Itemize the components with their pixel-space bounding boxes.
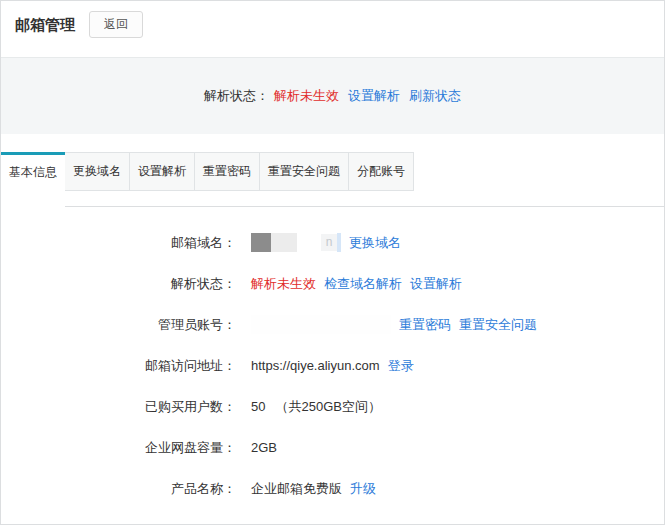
basic-info-panel: 邮箱域名： n 更换域名 解析状态： 解析未生效 检查域名解析 设置解析 管理员… xyxy=(1,207,664,509)
row-mail-access-url: 邮箱访问地址： https://qiye.aliyun.com 登录 xyxy=(1,345,664,386)
redacted-admin-account xyxy=(251,315,391,334)
mail-admin-panel: 邮箱管理 返回 解析状态： 解析未生效 设置解析 刷新状态 基本信息 更换域名 … xyxy=(0,0,665,525)
row-label: 管理员账号： xyxy=(1,316,236,334)
tab-reset-password[interactable]: 重置密码 xyxy=(194,152,260,191)
reset-password-link[interactable]: 重置密码 xyxy=(399,316,451,334)
row-product-name: 产品名称： 企业邮箱免费版 升级 xyxy=(1,468,664,509)
set-resolution-link[interactable]: 设置解析 xyxy=(410,275,462,293)
redacted-domain-hint: n xyxy=(321,234,337,251)
tab-assign-accounts[interactable]: 分配账号 xyxy=(348,152,414,191)
disk-capacity-value: 2GB xyxy=(251,440,277,455)
row-label: 邮箱域名： xyxy=(1,234,236,252)
product-name-value: 企业邮箱免费版 xyxy=(251,480,342,498)
storage-note: （共250GB空间） xyxy=(275,398,380,416)
login-link[interactable]: 登录 xyxy=(388,357,414,375)
tab-bar: 基本信息 更换域名 设置解析 重置密码 重置安全问题 分配账号 xyxy=(1,152,664,207)
row-label: 产品名称： xyxy=(1,480,236,498)
banner-set-resolution-link[interactable]: 设置解析 xyxy=(348,87,400,105)
redacted-domain-block xyxy=(251,233,271,252)
tab-change-domain[interactable]: 更换域名 xyxy=(64,152,130,191)
header: 邮箱管理 返回 xyxy=(1,1,664,57)
change-domain-link[interactable]: 更换域名 xyxy=(349,234,401,252)
banner-status-text: 解析未生效 xyxy=(274,87,339,105)
row-label: 企业网盘容量： xyxy=(1,439,236,457)
purchased-users-count: 50 xyxy=(251,399,265,414)
row-purchased-users: 已购买用户数： 50 （共250GB空间） xyxy=(1,386,664,427)
redacted-domain-block xyxy=(271,233,297,252)
tab-set-resolution[interactable]: 设置解析 xyxy=(129,152,195,191)
tab-reset-security-question[interactable]: 重置安全问题 xyxy=(259,152,349,191)
selection-artifact xyxy=(337,233,341,252)
mail-access-url: https://qiye.aliyun.com xyxy=(251,358,380,373)
banner-refresh-status-link[interactable]: 刷新状态 xyxy=(409,87,461,105)
row-label: 邮箱访问地址： xyxy=(1,357,236,375)
back-button[interactable]: 返回 xyxy=(89,11,143,38)
row-resolution-status: 解析状态： 解析未生效 检查域名解析 设置解析 xyxy=(1,263,664,304)
tab-basic-info[interactable]: 基本信息 xyxy=(1,152,65,208)
row-label: 已购买用户数： xyxy=(1,398,236,416)
upgrade-link[interactable]: 升级 xyxy=(350,480,376,498)
row-mail-domain: 邮箱域名： n 更换域名 xyxy=(1,222,664,263)
banner-label: 解析状态： xyxy=(204,87,269,105)
row-label: 解析状态： xyxy=(1,275,236,293)
row-admin-account: 管理员账号： 重置密码 重置安全问题 xyxy=(1,304,664,345)
row-disk-capacity: 企业网盘容量： 2GB xyxy=(1,427,664,468)
resolution-status-text: 解析未生效 xyxy=(251,275,316,293)
resolution-status-banner: 解析状态： 解析未生效 设置解析 刷新状态 xyxy=(1,57,664,134)
page-title: 邮箱管理 xyxy=(15,11,75,38)
check-domain-resolution-link[interactable]: 检查域名解析 xyxy=(324,275,402,293)
redacted-domain-gap xyxy=(297,233,321,252)
reset-security-question-link[interactable]: 重置安全问题 xyxy=(459,316,537,334)
